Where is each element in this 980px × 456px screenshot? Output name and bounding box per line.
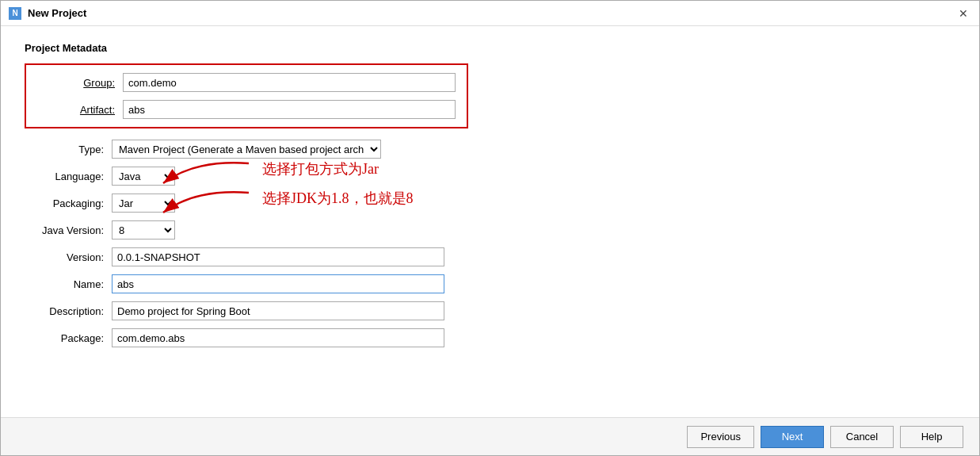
description-row: Description: — [25, 301, 955, 320]
dialog-content: Project Metadata Group: Artifact: Type: — [1, 26, 979, 417]
packaging-row: Packaging: Jar War — [25, 194, 955, 213]
java-version-row: Java Version: 8 11 17 21 — [25, 220, 955, 239]
packaging-label: Packaging: — [25, 197, 112, 209]
package-input[interactable] — [112, 328, 444, 347]
language-label: Language: — [25, 171, 112, 182]
version-row: Version: — [25, 247, 955, 266]
artifact-row: Artifact: — [36, 100, 457, 119]
language-row: Language: Java Kotlin Groovy — [25, 167, 955, 186]
java-version-select[interactable]: 8 11 17 21 — [112, 220, 175, 239]
title-bar: N New Project ✕ — [1, 1, 979, 26]
artifact-input[interactable] — [123, 100, 456, 119]
cancel-button[interactable]: Cancel — [830, 426, 894, 448]
previous-button[interactable]: Previous — [687, 426, 754, 448]
dialog-icon: N — [9, 7, 21, 20]
artifact-label: Artifact: — [36, 104, 123, 116]
new-project-dialog: N New Project ✕ Project Metadata Group: … — [0, 0, 980, 456]
group-input[interactable] — [123, 73, 456, 92]
section-title: Project Metadata — [25, 42, 955, 54]
java-version-label: Java Version: — [25, 224, 112, 236]
name-input[interactable] — [112, 274, 444, 293]
dialog-title: New Project — [28, 7, 955, 19]
close-button[interactable]: ✕ — [955, 6, 971, 21]
next-button[interactable]: Next — [761, 426, 824, 448]
version-input[interactable] — [112, 247, 444, 266]
name-row: Name: — [25, 274, 955, 293]
type-select[interactable]: Maven Project (Generate a Maven based pr… — [112, 140, 381, 159]
packaging-select[interactable]: Jar War — [112, 194, 175, 213]
type-label: Type: — [25, 144, 112, 155]
name-label: Name: — [25, 278, 112, 290]
version-label: Version: — [25, 251, 112, 263]
package-label: Package: — [25, 332, 112, 344]
metadata-box: Group: Artifact: — [25, 63, 468, 128]
package-row: Package: — [25, 328, 955, 347]
description-label: Description: — [25, 305, 112, 317]
help-button[interactable]: Help — [900, 426, 963, 448]
dialog-footer: Previous Next Cancel Help — [1, 417, 979, 455]
group-row: Group: — [36, 73, 457, 92]
type-row: Type: Maven Project (Generate a Maven ba… — [25, 140, 955, 159]
annotation-packaging: 选择打包方式为Jar — [262, 159, 379, 178]
group-label: Group: — [36, 77, 123, 89]
annotation-javaversion: 选择JDK为1.8，也就是8 — [262, 189, 414, 208]
language-select[interactable]: Java Kotlin Groovy — [112, 167, 175, 186]
description-input[interactable] — [112, 301, 444, 320]
